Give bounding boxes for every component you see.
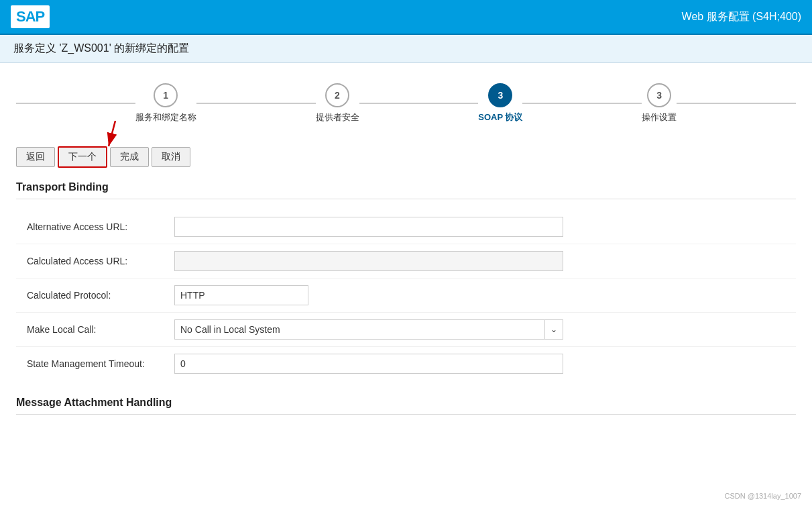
transport-binding-title: Transport Binding [16, 181, 796, 199]
sap-logo-text: SAP [16, 8, 44, 26]
input-protocol[interactable] [174, 285, 308, 305]
step-label-4: 操作设置 [642, 111, 677, 123]
sap-logo: SAP [11, 5, 50, 28]
wizard-line-5 [677, 103, 796, 104]
svg-line-1 [109, 121, 115, 146]
form-row-protocol: Calculated Protocol: [16, 278, 796, 313]
value-local-call: No Call in Local System ⌄ [174, 319, 785, 340]
form-row-local-call: Make Local Call: No Call in Local System… [16, 313, 796, 347]
page-title: 服务定义 'Z_WS001' 的新绑定的配置 [13, 42, 799, 56]
input-alternative-url[interactable] [174, 217, 563, 237]
step-circle-3: 3 [488, 83, 512, 107]
dropdown-arrow-icon[interactable]: ⌄ [544, 320, 563, 339]
wizard-step-4: 3 操作设置 [642, 83, 677, 123]
page-title-bar: 服务定义 'Z_WS001' 的新绑定的配置 [0, 35, 812, 63]
form-row-calculated-url: Calculated Access URL: [16, 244, 796, 278]
value-calculated-url [174, 251, 785, 271]
value-timeout [174, 354, 785, 374]
wizard-step-2: 2 提供者安全 [316, 83, 359, 123]
transport-binding-section: Transport Binding Alternative Access URL… [16, 181, 796, 380]
wizard-line-4 [522, 103, 642, 104]
step-circle-2: 2 [325, 83, 349, 107]
message-attachment-title: Message Attachment Handling [16, 397, 796, 415]
input-timeout[interactable] [174, 354, 563, 374]
step-circle-1: 1 [154, 83, 178, 107]
transport-binding-form: Alternative Access URL: Calculated Acces… [16, 210, 796, 380]
step-label-1: 服务和绑定名称 [135, 111, 196, 123]
form-row-alternative-url: Alternative Access URL: [16, 210, 796, 244]
step-label-3: SOAP 协议 [478, 111, 522, 123]
input-calculated-url[interactable] [174, 251, 563, 271]
label-local-call: Make Local Call: [27, 324, 174, 335]
label-timeout: State Management Timeout: [27, 358, 174, 369]
app-header: SAP Web 服务配置 (S4H;400) [0, 0, 812, 35]
header-title: Web 服务配置 (S4H;400) [682, 10, 801, 24]
step-circle-4: 3 [647, 83, 671, 107]
label-calculated-url: Calculated Access URL: [27, 256, 174, 266]
value-alternative-url [174, 217, 785, 237]
wizard-step-1: 1 服务和绑定名称 [135, 83, 196, 123]
step-label-2: 提供者安全 [316, 111, 359, 123]
label-protocol: Calculated Protocol: [27, 290, 174, 301]
wizard-line-1 [16, 103, 135, 104]
back-button[interactable]: 返回 [16, 147, 55, 167]
select-local-call[interactable]: No Call in Local System ⌄ [174, 319, 563, 340]
wizard-line-2 [196, 103, 316, 104]
red-arrow-annotation [95, 121, 135, 153]
label-alternative-url: Alternative Access URL: [27, 221, 174, 232]
select-local-call-text: No Call in Local System [175, 321, 544, 338]
wizard-step-3: 3 SOAP 协议 [478, 83, 522, 123]
main-content: 1 服务和绑定名称 2 提供者安全 3 SOAP 协议 3 操作设置 [0, 63, 812, 428]
form-row-timeout: State Management Timeout: [16, 347, 796, 380]
cancel-button[interactable]: 取消 [152, 147, 190, 167]
value-protocol [174, 285, 785, 305]
wizard-line-3 [359, 103, 479, 104]
